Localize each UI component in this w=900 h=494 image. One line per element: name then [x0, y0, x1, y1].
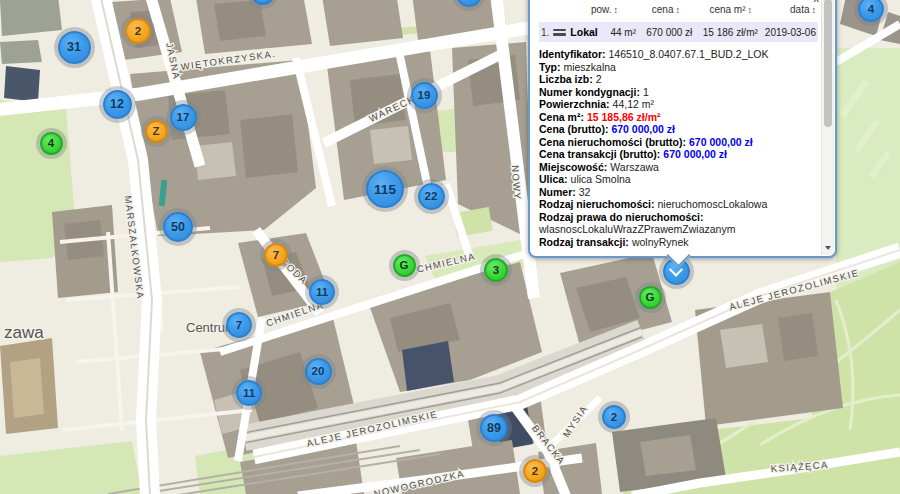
map-marker[interactable]: 2 — [602, 405, 626, 429]
triangle-down-icon — [825, 246, 831, 250]
detail-line: Numer:32 — [539, 186, 818, 199]
map-marker[interactable]: 115 — [366, 170, 404, 208]
detail-line: Powierzchnia:44,12 m² — [539, 98, 818, 111]
detail-label: Identyfikator: — [539, 48, 606, 60]
row-data: 2019-03-06 — [758, 27, 816, 38]
map-marker[interactable]: G — [393, 254, 416, 277]
map-marker[interactable]: 19 — [411, 82, 438, 109]
row-index: 1. — [541, 27, 549, 38]
detail-line: Numer kondygnacji:1 — [539, 86, 818, 99]
detail-line: Typ:mieszkalna — [539, 61, 818, 74]
detail-line: Cena m²:15 185,86 zł/m² — [539, 111, 818, 124]
property-details: Identyfikator:146510_8.0407.67.1_BUD.2_L… — [539, 48, 818, 248]
row-cena-m2: 15 186 zł/m² — [692, 27, 757, 38]
detail-label: Numer kondygnacji: — [539, 86, 640, 98]
map-marker[interactable]: 2 — [125, 18, 151, 44]
map-marker[interactable]: 50 — [163, 212, 193, 242]
detail-label: Ulica: — [539, 173, 568, 185]
map-marker[interactable]: 12 — [103, 90, 132, 119]
detail-value: 2 — [596, 73, 602, 85]
place-label: zawa — [4, 323, 44, 342]
detail-line: Rodzaj nieruchomości:nieruchomoscLokalow… — [539, 198, 818, 211]
detail-line: Miejscowość:Warszawa — [539, 161, 818, 174]
scrollbar-thumb[interactable] — [824, 0, 832, 127]
detail-label: Cena (brutto): — [539, 123, 608, 135]
map-marker[interactable]: Z — [145, 120, 168, 143]
map-marker[interactable]: 17 — [170, 104, 197, 131]
detail-line: Cena nieruchomości (brutto):670 000,00 z… — [539, 136, 818, 149]
popup-content: pow.↕cena↕cena m²↕data↕ 1. Lokal 44 m² 6… — [539, 4, 818, 248]
detail-label: Liczba izb: — [539, 73, 593, 85]
detail-value: wlasnoscLokaluWrazZPrawemZwiazanym — [539, 223, 735, 235]
detail-line: Liczba izb:2 — [539, 73, 818, 86]
detail-line: Cena transakcji (brutto):670 000,00 zł — [539, 148, 818, 161]
map-marker[interactable]: 89 — [480, 414, 508, 442]
detail-value: 146510_8.0407.67.1_BUD.2_LOK — [609, 48, 769, 60]
column-header-m2[interactable]: cena m²↕ — [680, 4, 752, 15]
row-cena: 670 000 zł — [636, 27, 692, 38]
column-label: pow. — [591, 4, 612, 15]
detail-value: mieszkalna — [563, 61, 616, 73]
map-marker[interactable]: 7 — [264, 243, 288, 267]
detail-value: ulica Smolna — [571, 173, 631, 185]
detail-value: Warszawa — [610, 161, 659, 173]
column-label: data — [790, 4, 809, 15]
map-marker[interactable]: 22 — [418, 183, 445, 210]
detail-value: nieruchomoscLokalowa — [658, 198, 768, 210]
map-stage: ŚWIĘTOKRZYSKA.JASNAMARSZAŁKOWSKAWARECKAZ… — [0, 0, 900, 494]
column-label: cena m² — [709, 4, 745, 15]
detail-value: 44,12 m² — [613, 98, 654, 110]
detail-label: Rodzaj transakcji: — [539, 236, 629, 248]
detail-line: Ulica:ulica Smolna — [539, 173, 818, 186]
detail-label: Powierzchnia: — [539, 98, 610, 110]
map-marker[interactable]: 11 — [236, 380, 262, 406]
lokal-icon — [553, 29, 566, 36]
detail-line: Rodzaj transakcji:wolnyRynek — [539, 236, 818, 249]
detail-label: Rodzaj prawa do nieruchomości: — [539, 211, 704, 223]
detail-value: 32 — [579, 186, 591, 198]
detail-line: wlasnoscLokaluWrazZPrawemZwiazanym — [539, 223, 818, 236]
column-label: cena — [652, 4, 674, 15]
result-row[interactable]: 1. Lokal 44 m² 670 000 zł 15 186 zł/m² 2… — [539, 22, 818, 42]
row-pow: 44 m² — [598, 27, 636, 38]
map-marker[interactable]: 31 — [58, 31, 91, 64]
detail-label: Cena nieruchomości (brutto): — [539, 136, 686, 148]
property-popup: x pow.↕cena↕cena m²↕data↕ 1. Lokal 44 m²… — [528, 0, 837, 258]
map-marker[interactable]: 3 — [484, 258, 508, 282]
detail-value: 670 000,00 zł — [611, 123, 675, 135]
detail-value: 670 000,00 zł — [689, 136, 753, 148]
map-marker[interactable]: 4 — [40, 132, 63, 155]
detail-label: Numer: — [539, 186, 576, 198]
detail-label: Miejscowość: — [539, 161, 607, 173]
detail-value: wolnyRynek — [632, 236, 689, 248]
popup-scrollbar[interactable] — [821, 0, 834, 255]
detail-line: Identyfikator:146510_8.0407.67.1_BUD.2_L… — [539, 48, 818, 61]
detail-value: 670 000,00 zł — [663, 148, 727, 160]
detail-label: Cena transakcji (brutto): — [539, 148, 660, 160]
map-marker[interactable]: 11 — [309, 279, 335, 305]
column-header-pow[interactable]: pow.↕ — [576, 4, 618, 15]
detail-value: 15 185,86 zł/m² — [587, 111, 661, 123]
results-table-header: pow.↕cena↕cena m²↕data↕ — [539, 4, 818, 15]
detail-line: Cena (brutto):670 000,00 zł — [539, 123, 818, 136]
column-header-date[interactable]: data↕ — [752, 4, 816, 15]
detail-line: Rodzaj prawa do nieruchomości: — [539, 211, 818, 224]
detail-label: Rodzaj nieruchomości: — [539, 198, 655, 210]
sort-icon: ↕ — [812, 5, 817, 15]
detail-value: 1 — [643, 86, 649, 98]
map-marker[interactable]: 7 — [226, 312, 252, 338]
detail-label: Cena m²: — [539, 111, 584, 123]
column-header-cena[interactable]: cena↕ — [618, 4, 680, 15]
map-marker[interactable]: 20 — [305, 358, 332, 385]
map-marker[interactable]: G — [639, 286, 662, 309]
row-type-label: Lokal — [570, 26, 597, 38]
scrollbar-down-button[interactable] — [822, 242, 834, 254]
detail-label: Typ: — [539, 61, 560, 73]
map-marker[interactable]: 2 — [523, 459, 547, 483]
